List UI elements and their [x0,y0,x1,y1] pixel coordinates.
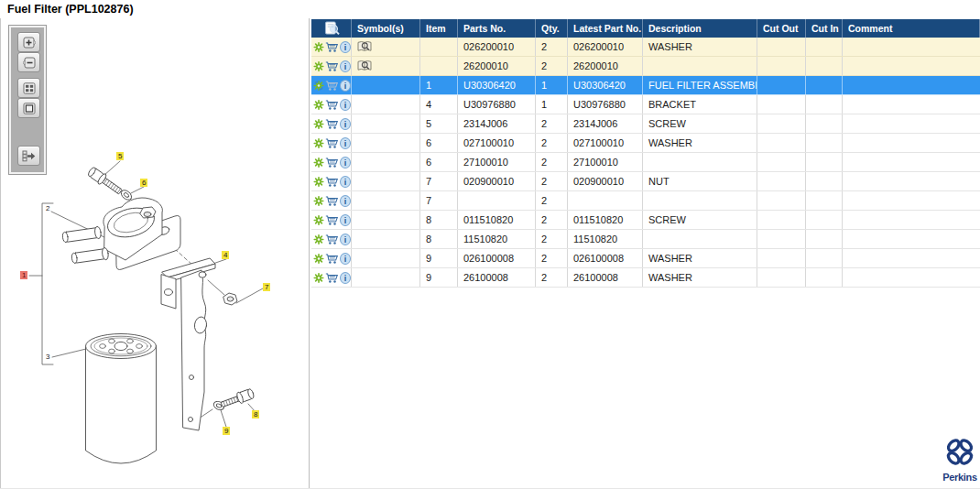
cell-cutout[interactable] [757,191,806,210]
cart-icon[interactable] [325,41,339,53]
cell-desc[interactable]: WASHER [643,249,757,267]
gear-icon[interactable] [313,272,324,284]
cell-latest[interactable]: 011510820 [568,211,643,229]
cart-icon[interactable] [325,234,339,245]
part-filter-cartridge-3[interactable] [86,334,157,464]
cell-item[interactable]: 6 [420,134,458,152]
cell-desc[interactable]: WASHER [643,134,757,152]
cell-item[interactable]: 5 [420,114,458,133]
cell-latest[interactable]: 27100010 [568,153,643,171]
cell-parts[interactable]: 26100008 [458,268,536,287]
cell-cutout[interactable] [757,38,806,56]
zoom-out-button[interactable] [17,52,40,72]
table-row[interactable]: i80115108202011510820SCREW [311,211,980,230]
info-icon[interactable]: i [340,137,351,149]
gear-icon[interactable] [313,118,324,130]
cell-parts[interactable]: U30306420 [458,76,536,94]
cell-qty[interactable]: 2 [536,172,568,190]
cell-item[interactable] [420,38,458,56]
cell-desc[interactable]: NUT [643,172,757,190]
gear-icon[interactable] [313,157,324,168]
cell-comment[interactable] [843,230,980,248]
cell-item[interactable]: 6 [420,153,458,171]
cell-qty[interactable]: 2 [536,57,568,75]
cell-cutin[interactable] [806,172,843,190]
cell-latest[interactable]: 026100008 [568,249,643,267]
cart-icon[interactable] [325,99,339,111]
cell-latest[interactable]: 020900010 [568,172,643,190]
cart-icon[interactable] [325,176,339,188]
table-row[interactable]: i60271000102027100010WASHER [311,134,980,153]
cell-qty[interactable]: 2 [536,268,568,287]
cell-item[interactable]: 1 [420,76,458,94]
cell-latest[interactable]: 26200010 [568,57,643,75]
zoom-in-button[interactable] [17,32,40,52]
cell-comment[interactable] [843,249,980,267]
cart-icon[interactable] [325,272,339,284]
table-row[interactable]: i4U309768801U30976880BRACKET [311,95,980,114]
callout-4[interactable]: 4 [222,251,229,259]
cell-desc[interactable]: BRACKET [643,95,757,114]
book-search-icon[interactable] [357,60,372,72]
gear-icon[interactable] [313,41,324,53]
callout-3[interactable]: 3 [44,353,51,361]
info-icon[interactable]: i [340,60,351,72]
part-filter-head-2[interactable] [62,198,180,269]
cell-item[interactable]: 7 [420,172,458,190]
table-row[interactable]: i926100008226100008WASHER [311,268,980,288]
cell-latest[interactable]: U30306420 [568,76,643,94]
column-header-qty[interactable]: Qty. [536,19,568,38]
cell-qty[interactable]: 2 [536,134,568,152]
cell-cutout[interactable] [757,57,806,75]
cell-parts[interactable]: 026100008 [458,249,536,267]
callout-8[interactable]: 8 [252,410,259,418]
info-icon[interactable]: i [340,41,351,53]
cell-cutin[interactable] [806,153,843,171]
tile-view-button[interactable] [17,78,40,98]
column-header-symbols[interactable]: Symbol(s) [352,19,420,38]
cell-cutin[interactable] [806,249,843,267]
cart-icon[interactable] [325,60,339,72]
column-header-cutin[interactable]: Cut In [806,19,843,38]
callout-7[interactable]: 7 [263,283,270,291]
cart-icon[interactable] [325,80,339,92]
cell-cutin[interactable] [806,268,843,287]
cell-cutout[interactable] [757,134,806,152]
cell-desc[interactable]: SCREW [643,211,757,229]
table-row[interactable]: i26200010226200010 [311,57,980,76]
table-row[interactable]: i52314J00622314J006SCREW [311,114,980,134]
gear-icon[interactable] [313,99,324,111]
info-icon[interactable]: i [340,234,351,245]
info-icon[interactable]: i [340,99,351,111]
cell-cutin[interactable] [806,76,843,94]
cell-latest[interactable]: 2314J006 [568,114,643,133]
table-row[interactable]: i0262000102026200010WASHER [311,38,980,57]
cell-desc[interactable] [643,230,757,248]
cell-parts[interactable] [458,191,536,210]
cell-comment[interactable] [843,268,980,287]
cell-latest[interactable]: 026200010 [568,38,643,56]
table-row[interactable]: i72 [311,191,980,211]
cart-icon[interactable] [325,195,339,207]
cell-qty[interactable]: 2 [536,249,568,267]
cell-desc[interactable]: SCREW [643,114,757,133]
cell-comment[interactable] [843,172,980,190]
cell-parts[interactable]: 011510820 [458,211,536,229]
cell-cutin[interactable] [806,38,843,56]
cell-cutout[interactable] [757,249,806,267]
cell-qty[interactable]: 2 [536,230,568,248]
cell-parts[interactable]: 11510820 [458,230,536,248]
cell-desc[interactable] [643,153,757,171]
cell-qty[interactable]: 2 [536,153,568,171]
cell-cutout[interactable] [757,268,806,287]
cell-item[interactable]: 9 [420,268,458,287]
table-row[interactable]: i811510820211510820 [311,230,980,249]
part-bolt-8[interactable] [220,387,256,410]
gear-icon[interactable] [313,253,324,265]
table-row[interactable]: i627100010227100010 [311,153,980,172]
cart-icon[interactable] [325,137,339,149]
cell-qty[interactable]: 1 [536,95,568,114]
column-header-item[interactable]: Item [420,19,458,38]
column-header-latest[interactable]: Latest Part No. [568,19,643,38]
cell-cutin[interactable] [806,95,843,114]
